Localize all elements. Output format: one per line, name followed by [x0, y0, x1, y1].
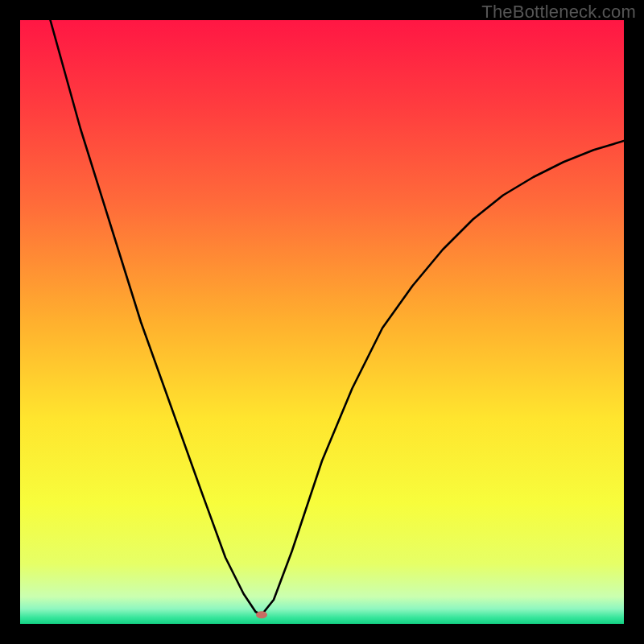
chart-frame: TheBottleneck.com	[0, 0, 644, 644]
gradient-background	[20, 20, 624, 624]
bottleneck-curve-chart	[20, 20, 624, 624]
watermark-text: TheBottleneck.com	[481, 2, 636, 23]
plot-area	[20, 20, 624, 624]
optimum-marker	[256, 611, 267, 618]
